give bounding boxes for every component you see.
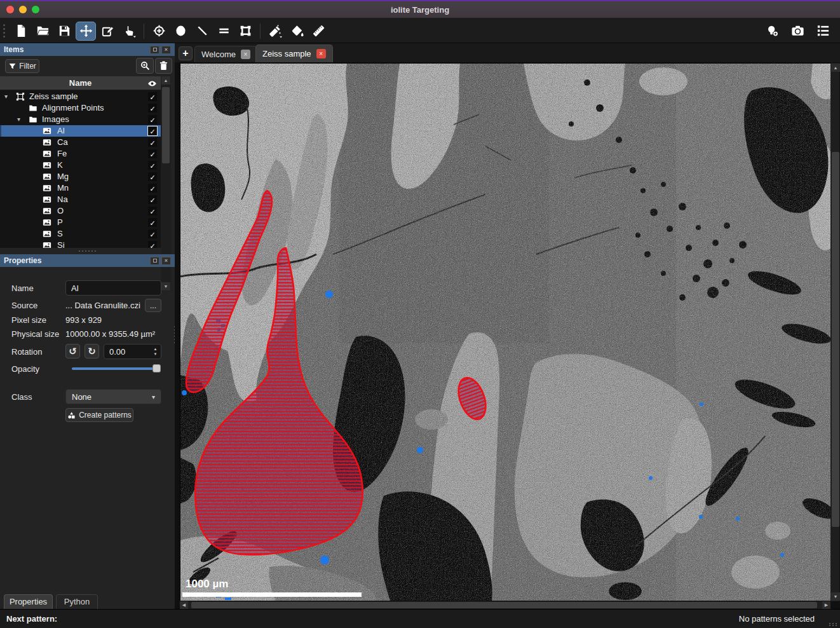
hints-button[interactable] [762,22,782,41]
visibility-checkbox[interactable]: ✓ [148,218,157,227]
properties-panel-header[interactable]: Properties × [0,254,175,267]
slider-handle[interactable] [152,364,161,372]
tree-item-o[interactable]: O ✓ [0,205,161,217]
rotate-cw-button[interactable]: ↻ [85,344,99,358]
panel-splitter-handle[interactable] [0,248,175,254]
polygon-tool-button[interactable] [235,22,255,41]
tree-item-al[interactable]: Al ✓ [0,125,161,137]
close-tab-button[interactable]: × [241,50,250,59]
filter-button[interactable]: Filter [5,59,39,73]
scroll-up-button[interactable]: ▲ [161,76,170,85]
tree-item-na[interactable]: Na ✓ [0,194,161,205]
delete-item-button[interactable] [155,58,172,74]
visibility-checkbox[interactable]: ✓ [148,172,157,181]
scroll-right-button[interactable]: ▶ [822,601,830,609]
toolbar-drag-handle[interactable] [3,24,5,38]
spin-arrows[interactable]: ▲▼ [151,345,159,358]
tree-item-mn[interactable]: Mn ✓ [0,182,161,194]
open-file-button[interactable] [32,22,53,41]
tree-item-alignment-points[interactable]: Alignment Points ✓ [0,102,161,114]
save-button[interactable] [54,22,74,41]
sem-image-canvas[interactable]: 1000 µm [180,64,831,601]
visibility-checkbox[interactable]: ✓ [148,104,157,113]
spin-up-icon[interactable]: ▲ [154,346,158,352]
new-file-icon [14,24,29,38]
spin-down-icon[interactable]: ▼ [154,352,158,357]
scroll-down-button[interactable]: ▼ [161,282,170,290]
visibility-checkbox[interactable]: ✓ [148,126,157,135]
parallel-lines-tool-button[interactable] [213,22,234,41]
tree-item-ca[interactable]: Ca ✓ [0,137,161,148]
magic-wand-tool-button[interactable] [265,22,285,41]
float-panel-button[interactable] [150,257,159,265]
class-dropdown[interactable]: None ▾ [65,389,161,404]
add-tab-button[interactable]: + [179,46,193,60]
measure-tool-button[interactable] [308,22,329,41]
new-file-button[interactable] [11,22,31,41]
create-patterns-button[interactable]: Create patterns [65,408,133,422]
float-panel-button[interactable] [150,46,159,54]
tab-properties[interactable]: Properties [4,594,53,609]
rotation-value-input[interactable] [104,345,151,358]
scroll-left-button[interactable]: ◀ [180,601,188,609]
line-tool-button[interactable] [192,22,212,41]
tree-item-images[interactable]: ▾ Images ✓ [0,114,161,125]
open-folder-icon [36,24,50,38]
screenshot-button[interactable] [787,22,808,41]
visibility-checkbox[interactable]: ✓ [148,138,157,147]
name-field[interactable] [65,280,161,296]
visibility-checkbox[interactable]: ✓ [148,195,157,204]
visibility-checkbox[interactable]: ✓ [148,149,157,158]
window-resize-grip[interactable] [829,623,838,626]
visibility-checkbox[interactable]: ✓ [148,241,157,248]
rotate-ccw-button[interactable]: ↺ [65,344,80,358]
pixel-size-value: 993 x 929 [65,315,102,325]
tree-name-column-header[interactable]: Name [0,76,161,90]
tab-welcome[interactable]: Welcome × [194,46,257,62]
visibility-checkbox[interactable]: ✓ [148,161,157,170]
opacity-slider[interactable] [72,364,161,374]
select-tool-button[interactable] [119,22,139,41]
viewer-horizontal-scrollbar[interactable]: ◀ ▶ [180,601,830,609]
scrollbar-thumb[interactable] [162,87,170,163]
zoom-to-item-button[interactable] [136,58,154,74]
tree-item-s[interactable]: S ✓ [0,228,161,240]
visibility-checkbox[interactable]: ✓ [148,92,157,101]
tree-item-fe[interactable]: Fe ✓ [0,148,161,160]
tree-item-zeiss-sample[interactable]: ▾ Zeiss sample ✓ [0,91,161,102]
scrollbar-thumb[interactable] [191,602,817,608]
tree-item-mg[interactable]: Mg ✓ [0,171,161,182]
close-panel-button[interactable]: × [161,257,171,265]
image-viewport[interactable]: 1000 µm [180,63,830,600]
scrollbar-thumb[interactable] [832,152,839,527]
expander-icon[interactable]: ▾ [4,91,8,102]
pattern-list-button[interactable] [813,22,833,41]
tab-python[interactable]: Python [56,594,98,609]
visibility-checkbox[interactable]: ✓ [148,184,157,193]
visibility-checkbox[interactable]: ✓ [148,115,157,124]
equals-icon [217,24,231,38]
edit-tool-button[interactable] [97,22,118,41]
items-panel-header[interactable]: Items × [0,43,175,56]
viewer-vertical-scrollbar[interactable]: ▲ ▼ [830,63,839,601]
scroll-down-button[interactable]: ▼ [831,592,840,601]
tree-item-k[interactable]: K ✓ [0,160,161,171]
tab-zeiss-sample[interactable]: Zeiss sample × [255,44,333,62]
alignment-point-tool-button[interactable] [149,22,169,41]
close-panel-button[interactable]: × [161,46,171,54]
visibility-checkbox[interactable]: ✓ [148,207,157,215]
tree-item-p[interactable]: P ✓ [0,217,161,228]
expander-icon[interactable]: ▾ [17,114,20,125]
fill-tool-button[interactable] [287,22,307,41]
visibility-checkbox[interactable]: ✓ [148,229,157,238]
move-tool-button[interactable] [76,22,96,41]
browse-source-button[interactable]: ... [145,299,161,312]
close-tab-button[interactable]: × [316,49,326,58]
rotation-spinbox[interactable]: ▲▼ [104,344,161,359]
ellipse-tool-button[interactable] [170,22,191,41]
tree-item-si[interactable]: Si ✓ [0,240,161,248]
edit-icon [100,24,115,38]
scroll-up-button[interactable]: ▲ [831,64,840,72]
rotate-cw-icon: ↻ [88,346,96,357]
magic-wand-icon [268,24,283,38]
